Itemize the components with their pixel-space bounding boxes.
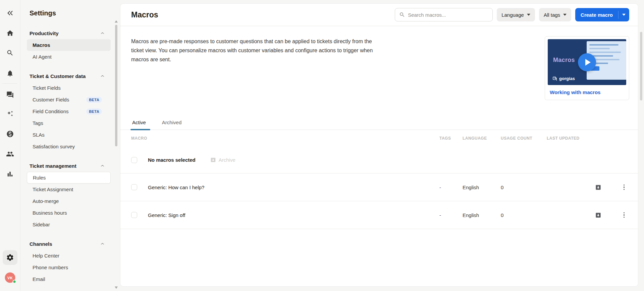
sidebar-item-ai-agent[interactable]: AI Agent bbox=[27, 51, 111, 63]
sidebar-item-email[interactable]: Email bbox=[27, 273, 111, 285]
sidebar-item-macros[interactable]: Macros bbox=[27, 39, 111, 51]
video-thumbnail[interactable]: Macros gorgias bbox=[548, 39, 626, 85]
section-label: Ticket management bbox=[30, 163, 76, 169]
item-label: Tags bbox=[33, 120, 43, 126]
item-label: AI Agent bbox=[33, 54, 52, 60]
working-with-macros-link[interactable]: Working with macros bbox=[548, 85, 626, 100]
icon-rail: VK bbox=[0, 0, 20, 291]
sidebar-item-ticket-assignment[interactable]: Ticket Assignment bbox=[27, 184, 111, 195]
tab-archived[interactable]: Archived bbox=[161, 120, 182, 130]
sidebar-item-satisfaction-survey[interactable]: Satisfaction survey bbox=[27, 141, 111, 152]
avatar-initials: VK bbox=[7, 276, 13, 280]
archive-macro-button[interactable] bbox=[595, 212, 601, 218]
sidebar-item-slas[interactable]: SLAs bbox=[27, 129, 111, 141]
sidebar-item-help-center[interactable]: Help Center bbox=[27, 250, 111, 262]
cell-usage-count: 0 bbox=[501, 212, 547, 218]
item-label: Customer Fields bbox=[33, 97, 69, 102]
archive-icon bbox=[210, 157, 216, 163]
item-label: Satisfaction survey bbox=[33, 144, 75, 149]
revenue-dollar-icon[interactable] bbox=[6, 130, 14, 138]
sidebar-item-business-hours[interactable]: Business hours bbox=[27, 207, 111, 219]
sidebar-item-sidebar[interactable]: Sidebar bbox=[27, 219, 111, 230]
rail-divider bbox=[2, 83, 17, 84]
tutorial-video-card: Macros gorgias Working w bbox=[545, 36, 629, 100]
create-macro-dropdown-button[interactable] bbox=[619, 8, 629, 21]
bulk-archive-action[interactable]: Archive bbox=[210, 157, 235, 163]
create-macro-button[interactable]: Create macro bbox=[575, 8, 618, 21]
archive-macro-button[interactable] bbox=[595, 184, 601, 191]
section-header-ticket-management[interactable]: Ticket management bbox=[27, 160, 111, 172]
item-label: Phone numbers bbox=[33, 265, 68, 270]
table-row: Generic: How can I help? - English 0 bbox=[120, 173, 638, 201]
item-label: Field Conditions bbox=[33, 108, 69, 114]
gorgias-brand: gorgias bbox=[552, 76, 575, 81]
play-button[interactable] bbox=[578, 53, 596, 71]
panel-header: Macros Language All tags Create macro bbox=[120, 4, 638, 26]
online-status-dot bbox=[13, 280, 16, 284]
sidebar-item-field-conditions[interactable]: Field Conditions BETA bbox=[27, 105, 111, 117]
section-header-channels[interactable]: Channels bbox=[27, 238, 111, 250]
select-all-checkbox[interactable] bbox=[131, 157, 137, 163]
bulk-selection-row: No macros selected Archive bbox=[120, 147, 638, 173]
gorgias-logo-icon bbox=[552, 76, 557, 81]
sidebar-item-ticket-fields[interactable]: Ticket Fields bbox=[27, 82, 111, 94]
sidebar-scrollbar-thumb[interactable] bbox=[115, 25, 117, 146]
chevron-up-icon bbox=[100, 74, 105, 78]
column-header-tags: TAGS bbox=[439, 136, 463, 141]
section-productivity: Productivity Macros AI Agent bbox=[27, 27, 111, 63]
section-header-productivity[interactable]: Productivity bbox=[27, 27, 111, 39]
sidebar-scroll-up-arrow[interactable] bbox=[115, 20, 118, 23]
home-icon[interactable] bbox=[6, 29, 14, 37]
sidebar-scroll-down-arrow[interactable] bbox=[115, 286, 118, 289]
page-title: Macros bbox=[131, 10, 158, 19]
language-filter-label: Language bbox=[501, 12, 524, 18]
section-label: Channels bbox=[30, 241, 52, 247]
notifications-bell-icon[interactable] bbox=[6, 70, 14, 77]
row-menu-kebab-icon[interactable] bbox=[622, 211, 627, 219]
sidebar-item-tags[interactable]: Tags bbox=[27, 117, 111, 129]
item-label: Ticket Fields bbox=[33, 85, 61, 91]
statistics-chart-icon[interactable] bbox=[6, 170, 14, 178]
customers-people-icon[interactable] bbox=[6, 150, 14, 158]
sidebar-item-auto-merge[interactable]: Auto-merge bbox=[27, 195, 111, 207]
column-header-macro: MACRO bbox=[131, 136, 439, 141]
macros-description: Macros are pre-made responses to custome… bbox=[131, 37, 374, 64]
column-header-language: LANGUAGE bbox=[463, 136, 501, 141]
macros-tabbar: Active Archived bbox=[120, 116, 638, 130]
conversations-icon[interactable] bbox=[6, 91, 14, 99]
section-channels: Channels Help Center Phone numbers Email bbox=[27, 238, 111, 285]
item-label: Rules bbox=[33, 175, 46, 180]
video-thumbnail-title: Macros bbox=[553, 57, 575, 64]
brand-label: gorgias bbox=[559, 76, 575, 81]
collapse-sidebar-icon[interactable] bbox=[6, 9, 14, 17]
main-scrollbar-thumb[interactable] bbox=[640, 32, 642, 100]
sidebar-item-phone-numbers[interactable]: Phone numbers bbox=[27, 262, 111, 273]
search-macros-input[interactable] bbox=[408, 12, 489, 18]
item-label: Ticket Assignment bbox=[33, 187, 73, 192]
column-header-last-updated: LAST UPDATED bbox=[547, 136, 592, 141]
macro-title[interactable]: Generic: Sign off bbox=[148, 212, 185, 218]
tags-filter-button[interactable]: All tags bbox=[539, 8, 571, 21]
beta-badge: BETA bbox=[86, 108, 102, 115]
table-row: Generic: Sign off - English 0 bbox=[120, 201, 638, 229]
language-filter-button[interactable]: Language bbox=[497, 8, 535, 21]
sidebar-item-customer-fields[interactable]: Customer Fields BETA bbox=[27, 94, 111, 105]
item-label: Auto-merge bbox=[33, 198, 59, 204]
tab-active[interactable]: Active bbox=[131, 120, 147, 130]
user-avatar[interactable]: VK bbox=[5, 273, 15, 283]
cell-language: English bbox=[463, 185, 501, 190]
search-icon[interactable] bbox=[6, 49, 14, 57]
settings-gear-icon[interactable] bbox=[3, 250, 17, 265]
section-header-ticket-customer-data[interactable]: Ticket & Customer data bbox=[27, 70, 111, 82]
search-macros-box bbox=[395, 8, 493, 21]
section-ticket-customer-data: Ticket & Customer data Ticket Fields Cus… bbox=[27, 70, 111, 152]
ai-sparkles-icon[interactable] bbox=[6, 110, 14, 118]
chevron-down-icon bbox=[527, 14, 530, 16]
row-checkbox[interactable] bbox=[131, 184, 137, 190]
chevron-down-icon bbox=[622, 14, 626, 16]
row-menu-kebab-icon[interactable] bbox=[622, 183, 627, 192]
row-checkbox[interactable] bbox=[131, 212, 137, 218]
sidebar-item-rules[interactable]: Rules bbox=[27, 172, 111, 184]
settings-sidebar: Settings Productivity Macros AI Agent Ti… bbox=[20, 0, 116, 291]
macro-title[interactable]: Generic: How can I help? bbox=[148, 185, 204, 190]
